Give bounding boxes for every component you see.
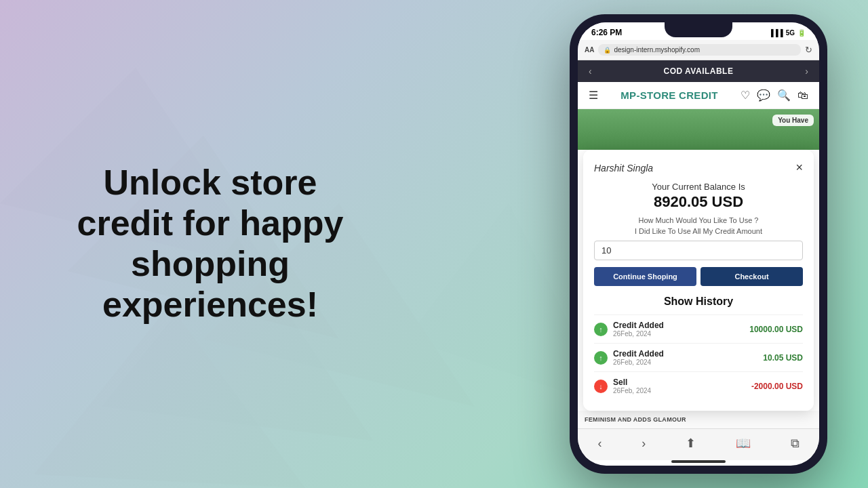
cod-text: COD AVAILABLE [664, 66, 734, 76]
credit-added-icon-2: ↑ [594, 351, 608, 365]
product-title-text: FEMINISM AND ADDS GLAMOUR [585, 416, 686, 423]
browser-aa[interactable]: AA [585, 46, 594, 54]
history-section-title: Show History [594, 296, 803, 308]
modal-header: Harshit Singla × [594, 161, 803, 175]
nav-tabs-icon[interactable]: ⧉ [791, 436, 800, 451]
left-section: Unlock store credit for happy shopping e… [0, 122, 420, 365]
checkout-button[interactable]: Checkout [701, 267, 803, 286]
browser-url-bar[interactable]: 🔒 design-intern.myshopify.com [598, 44, 801, 56]
modal-user-name: Harshit Singla [594, 163, 653, 174]
history-item: ↑ Credit Added 26Feb, 2024 10000.00 USD [594, 314, 803, 343]
browser-refresh-icon[interactable]: ↻ [805, 45, 812, 55]
store-header: ☰ MP-STORE CREDIT ♡ 💬 🔍 🛍 [578, 82, 819, 109]
credit-added-icon: ↑ [594, 323, 608, 336]
history-item-label: Credit Added [613, 349, 664, 359]
nav-back-icon[interactable]: ‹ [597, 436, 601, 451]
history-item-date: 26Feb, 2024 [613, 359, 664, 366]
home-indicator [671, 460, 726, 463]
modal-balance-label: Your Current Balance Is [594, 182, 803, 192]
history-item-date: 26Feb, 2024 [613, 387, 651, 394]
credit-amount-input[interactable] [594, 241, 803, 260]
history-item-left: ↑ Credit Added 26Feb, 2024 [594, 321, 664, 338]
cod-left-arrow-icon[interactable]: ‹ [589, 66, 592, 77]
hamburger-menu-icon[interactable]: ☰ [589, 89, 598, 102]
you-have-badge: You Have [772, 115, 814, 126]
phone-mockup: 6:26 PM ▐▐▐ 5G 🔋 AA 🔒 design-intern.mysh… [570, 14, 827, 474]
history-item-amount: -2000.00 USD [751, 382, 803, 391]
product-title-bar: FEMINISM AND ADDS GLAMOUR [578, 411, 819, 428]
whatsapp-icon[interactable]: 💬 [757, 89, 770, 102]
history-item-date: 26Feb, 2024 [613, 330, 664, 338]
history-item: ↑ Credit Added 26Feb, 2024 10.05 USD [594, 343, 803, 371]
phone-frame: 6:26 PM ▐▐▐ 5G 🔋 AA 🔒 design-intern.mysh… [570, 14, 827, 474]
history-item-info: Credit Added 26Feb, 2024 [613, 321, 664, 338]
modal-balance-amount: 8920.05 USD [594, 193, 803, 211]
browser-url-text: design-intern.myshopify.com [614, 46, 700, 54]
history-item-label: Credit Added [613, 321, 664, 330]
phone-notch [665, 22, 732, 37]
modal-use-all-text: I Did Like To Use All My Credit Amount [594, 227, 803, 235]
history-item-amount: 10000.00 USD [749, 325, 803, 334]
status-icons: ▐▐▐ 5G 🔋 [768, 29, 806, 37]
search-icon[interactable]: 🔍 [777, 89, 791, 102]
history-item-amount: 10.05 USD [763, 353, 803, 363]
signal-bars-icon: ▐▐▐ [768, 29, 783, 37]
browser-navigation: ‹ › ⬆ 📖 ⧉ [578, 428, 819, 460]
history-item-left: ↓ Sell 26Feb, 2024 [594, 378, 651, 394]
hero-heading: Unlock store credit for happy shopping e… [54, 163, 366, 325]
history-item-info: Sell 26Feb, 2024 [613, 378, 651, 394]
store-name: MP-STORE CREDIT [620, 89, 717, 101]
signal-label: 5G [786, 29, 795, 37]
product-hero-image: You Have [578, 109, 819, 150]
modal-close-button[interactable]: × [795, 161, 803, 175]
history-item-info: Credit Added 26Feb, 2024 [613, 349, 664, 366]
wishlist-icon[interactable]: ♡ [741, 89, 750, 102]
continue-shopping-button[interactable]: Continue Shoping [594, 267, 696, 286]
cart-icon[interactable]: 🛍 [797, 89, 808, 102]
sell-icon: ↓ [594, 380, 608, 393]
phone-screen: 6:26 PM ▐▐▐ 5G 🔋 AA 🔒 design-intern.mysh… [578, 22, 819, 466]
nav-share-icon[interactable]: ⬆ [686, 436, 696, 451]
nav-bookmarks-icon[interactable]: 📖 [736, 436, 751, 451]
nav-forward-icon[interactable]: › [642, 436, 646, 451]
browser-bar: AA 🔒 design-intern.myshopify.com ↻ [578, 40, 819, 60]
history-item-left: ↑ Credit Added 26Feb, 2024 [594, 349, 664, 366]
header-action-icons: ♡ 💬 🔍 🛍 [741, 89, 808, 102]
modal-action-buttons: Continue Shoping Checkout [594, 267, 803, 286]
status-time: 6:26 PM [591, 28, 622, 37]
lock-icon: 🔒 [604, 47, 611, 54]
history-item-label: Sell [613, 378, 651, 387]
cod-bar[interactable]: ‹ COD AVAILABLE › [578, 60, 819, 82]
modal-question-text: How Much Would You Like To Use ? [594, 216, 803, 224]
cod-right-arrow-icon[interactable]: › [805, 66, 808, 77]
battery-icon: 🔋 [797, 29, 806, 37]
store-credit-modal: Harshit Singla × Your Current Balance Is… [583, 150, 814, 411]
history-item: ↓ Sell 26Feb, 2024 -2000.00 USD [594, 371, 803, 400]
